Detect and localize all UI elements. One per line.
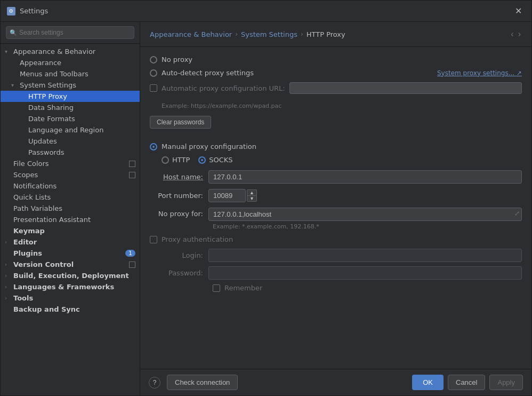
breadcrumb-bar: Appearance & Behavior › System Settings … — [140, 22, 531, 47]
arrow-icon: ▾ — [11, 82, 18, 88]
auto-config-checkbox[interactable] — [150, 84, 157, 92]
sidebar-item-language-region[interactable]: Language and Region — [1, 124, 140, 136]
no-proxy-for-input[interactable] — [208, 208, 522, 221]
expand-button[interactable]: ⤢ — [514, 210, 520, 217]
plugins-badge: 1 — [125, 250, 135, 257]
sidebar-item-file-colors[interactable]: File Colors — [1, 158, 140, 169]
bottom-bar: ? Check connection OK Cancel Apply — [140, 369, 531, 395]
check-connection-button[interactable]: Check connection — [167, 375, 238, 390]
sidebar-item-label: Passwords — [28, 148, 65, 156]
sidebar-item-passwords[interactable]: Passwords — [1, 147, 140, 158]
manual-proxy-row: Manual proxy configuration — [150, 142, 522, 151]
search-wrapper: 🔍 — [6, 26, 134, 39]
no-proxy-example: Example: *.example.com, 192.168.* — [213, 223, 522, 230]
sidebar: 🔍 ▾ Appearance & Behavior Appearance Men… — [1, 22, 140, 395]
sidebar-item-notifications[interactable]: Notifications — [1, 180, 140, 192]
sidebar-item-quick-lists[interactable]: Quick Lists — [1, 192, 140, 203]
sidebar-item-appearance[interactable]: Appearance — [1, 57, 140, 68]
host-name-input[interactable] — [208, 170, 522, 184]
sidebar-item-backup-sync[interactable]: Backup and Sync — [1, 304, 140, 315]
socks-radio[interactable] — [198, 156, 206, 164]
auto-config-label: Automatic proxy configuration URL: — [162, 84, 285, 92]
sidebar-item-plugins[interactable]: Plugins 1 — [1, 248, 140, 259]
no-proxy-for-row: No proxy for: ⤢ — [150, 208, 522, 221]
close-button[interactable]: ✕ — [512, 5, 525, 17]
host-name-row: Host name: — [150, 170, 522, 184]
sidebar-item-label: HTTP Proxy — [28, 92, 67, 100]
ok-button[interactable]: OK — [412, 375, 444, 390]
breadcrumb-sep-1: › — [235, 30, 238, 38]
sidebar-tree: ▾ Appearance & Behavior Appearance Menus… — [1, 44, 140, 395]
sidebar-item-updates[interactable]: Updates — [1, 136, 140, 147]
cancel-button[interactable]: Cancel — [448, 375, 485, 390]
sidebar-item-menus-toolbars[interactable]: Menus and Toolbars — [1, 68, 140, 80]
sidebar-item-presentation-assistant[interactable]: Presentation Assistant — [1, 214, 140, 225]
sidebar-item-label: Data Sharing — [28, 104, 74, 112]
port-number-input[interactable] — [208, 189, 246, 202]
breadcrumb-system-settings[interactable]: System Settings — [241, 30, 297, 38]
clear-passwords-button[interactable]: Clear passwords — [150, 116, 211, 129]
host-name-label: Host name: — [150, 173, 208, 181]
socks-label: SOCKS — [209, 156, 232, 164]
search-box: 🔍 — [1, 22, 140, 44]
settings-icon: ⚙ — [7, 7, 15, 15]
breadcrumb-current: HTTP Proxy — [307, 30, 345, 38]
auto-config-example: Example: https://example.com/wpad.pac — [162, 102, 522, 109]
help-button[interactable]: ? — [149, 377, 160, 389]
sidebar-item-http-proxy[interactable]: HTTP Proxy — [1, 91, 140, 102]
sidebar-item-editor[interactable]: › Editor — [1, 236, 140, 248]
login-label: Login: — [150, 251, 208, 259]
auto-detect-radio[interactable] — [150, 69, 157, 77]
sidebar-item-languages-frameworks[interactable]: › Languages & Frameworks — [1, 281, 140, 292]
sidebar-item-date-formats[interactable]: Date Formats — [1, 113, 140, 124]
no-proxy-for-wrapper: ⤢ — [208, 208, 522, 221]
sidebar-item-label: Version Control — [13, 260, 74, 268]
sidebar-item-label: Plugins — [13, 249, 42, 257]
sidebar-item-appearance-behavior[interactable]: ▾ Appearance & Behavior — [1, 46, 140, 57]
expand-icon: › — [5, 239, 11, 245]
search-icon: 🔍 — [10, 29, 17, 36]
clear-passwords-wrapper: Clear passwords — [150, 116, 522, 136]
sidebar-item-label: Path Variables — [13, 204, 62, 212]
sidebar-item-path-variables[interactable]: Path Variables — [1, 203, 140, 214]
square-icon — [129, 161, 135, 167]
apply-button[interactable]: Apply — [489, 375, 523, 390]
sidebar-item-tools[interactable]: › Tools — [1, 292, 140, 304]
port-up-button[interactable]: ▲ — [247, 189, 257, 195]
sidebar-item-label: Editor — [13, 238, 37, 246]
sidebar-item-label: Menus and Toolbars — [20, 70, 88, 78]
settings-dialog: ⚙ Settings ✕ 🔍 ▾ Appearance & Behavior — [0, 0, 532, 396]
auto-config-input[interactable] — [289, 82, 522, 94]
sidebar-item-label: Updates — [28, 137, 57, 145]
sidebar-item-build-execution[interactable]: › Build, Execution, Deployment — [1, 270, 140, 281]
port-down-button[interactable]: ▼ — [247, 195, 257, 202]
http-radio[interactable] — [162, 156, 169, 164]
breadcrumb-appearance-behavior[interactable]: Appearance & Behavior — [150, 30, 232, 38]
content-area: Appearance & Behavior › System Settings … — [140, 22, 531, 395]
sidebar-item-data-sharing[interactable]: Data Sharing — [1, 102, 140, 113]
password-input[interactable] — [208, 266, 522, 280]
bottom-left: ? Check connection — [149, 375, 238, 390]
sidebar-item-scopes[interactable]: Scopes — [1, 169, 140, 180]
port-spinners: ▲ ▼ — [247, 189, 257, 202]
sidebar-item-version-control[interactable]: › Version Control — [1, 259, 140, 270]
sidebar-item-label: Build, Execution, Deployment — [13, 272, 129, 280]
expand-icon: › — [5, 284, 11, 290]
no-proxy-radio[interactable] — [150, 56, 157, 64]
proxy-type-row: HTTP SOCKS — [162, 156, 522, 164]
sidebar-item-label: Appearance — [20, 59, 61, 67]
sidebar-item-keymap[interactable]: Keymap — [1, 225, 140, 236]
password-field-row: Password: — [150, 266, 522, 280]
remember-row: Remember — [213, 284, 522, 292]
sidebar-item-system-settings[interactable]: ▾ System Settings — [1, 80, 140, 91]
title-bar-left: ⚙ Settings — [7, 7, 48, 15]
search-input[interactable] — [6, 26, 134, 39]
breadcrumb-forward-button[interactable]: › — [517, 28, 522, 40]
remember-checkbox[interactable] — [213, 284, 220, 292]
proxy-auth-checkbox[interactable] — [150, 236, 157, 243]
login-input[interactable] — [208, 249, 522, 262]
manual-proxy-radio[interactable] — [150, 143, 157, 151]
system-proxy-link[interactable]: System proxy settings... ↗ — [437, 69, 522, 77]
sidebar-item-label: Languages & Frameworks — [13, 283, 114, 291]
breadcrumb-back-button[interactable]: ‹ — [510, 28, 514, 40]
